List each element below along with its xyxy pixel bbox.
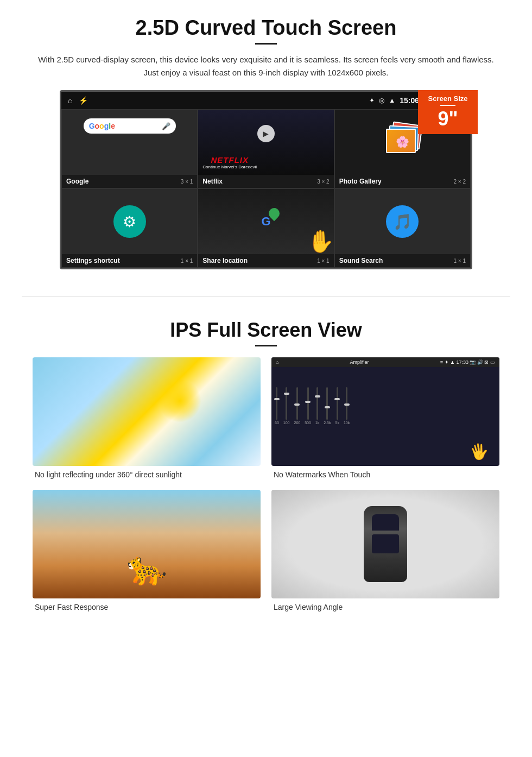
amp-label-8: 10k <box>344 421 350 425</box>
share-label: Share location <box>202 257 248 264</box>
sound-label: Sound Search <box>339 257 383 264</box>
status-left-icons: ⌂ ⚡ <box>68 96 88 105</box>
cheetah-bg: 🐆 <box>33 490 261 598</box>
sunlight-caption: No light reflecting under 360° direct su… <box>33 470 261 479</box>
sound-tile-inner: 🎵 <box>335 189 470 254</box>
ips-section: IPS Full Screen View No light reflecting… <box>0 313 532 628</box>
amp-label-6: 2.5k <box>324 421 331 425</box>
amp-thumb-2[interactable] <box>284 393 289 395</box>
amp-hand-icon: 🖐 <box>468 441 490 462</box>
netflix-size: 3 × 2 <box>317 179 330 185</box>
amp-slider-2: 100 <box>283 387 290 425</box>
netflix-logo-area: NETFLIX Continue Marvel's Daredevil <box>202 155 257 169</box>
sound-icon: 🎵 <box>386 205 419 238</box>
sunlight-bg <box>33 357 261 466</box>
amp-track-8 <box>346 387 347 420</box>
netflix-tile-inner: ▶ NETFLIX Continue Marvel's Daredevil <box>198 110 333 175</box>
amp-slider-8: 10k <box>344 387 350 425</box>
car-roof <box>372 534 399 553</box>
amplifier-caption: No Watermarks When Touch <box>271 470 499 479</box>
google-tile[interactable]: Google 🎤 Google 3 × 1 <box>61 109 198 188</box>
amp-label-4: 500 <box>305 421 311 425</box>
feature-amplifier: ⌂ Amplifier ≡ ✦ ▲ 17:33 📷 🔊 ⊠ ▭ 60 <box>271 357 499 479</box>
netflix-subtitle: Continue Marvel's Daredevil <box>202 165 257 169</box>
google-label-row: Google 3 × 1 <box>62 175 197 188</box>
cheetah-caption: Super Fast Response <box>33 603 261 611</box>
share-tile-inner: G 🤚 <box>198 189 333 254</box>
photo-card-front: 🌸 <box>386 129 416 153</box>
netflix-tile[interactable]: ▶ NETFLIX Continue Marvel's Daredevil Ne… <box>198 109 334 188</box>
photo-stack: 🌸 <box>383 123 421 161</box>
amp-thumb-7[interactable] <box>334 398 340 400</box>
photo-size: 2 × 2 <box>453 179 466 185</box>
settings-label-row: Settings shortcut 1 × 1 <box>62 254 197 267</box>
feature-sunlight: No light reflecting under 360° direct su… <box>33 357 261 479</box>
section-divider <box>22 297 510 297</box>
badge-size: 9" <box>438 108 458 130</box>
section2-underline <box>255 345 277 346</box>
amp-thumb-4[interactable] <box>305 401 311 403</box>
device-wrapper: Screen Size 9" ⌂ ⚡ ✦ ◎ ▲ 15:06 📷 🔊 ⊠ <box>60 90 472 269</box>
car-image <box>271 490 499 598</box>
settings-label: Settings shortcut <box>66 257 120 264</box>
amp-slider-3: 200 <box>294 387 300 425</box>
amp-header: ⌂ Amplifier ≡ ✦ ▲ 17:33 📷 🔊 ⊠ ▭ <box>271 357 499 367</box>
section1-title: 2.5D Curved Touch Screen <box>33 16 499 40</box>
car-caption: Large Viewing Angle <box>271 603 499 611</box>
amp-track-2 <box>286 387 287 420</box>
bluetooth-icon: ✦ <box>369 97 375 104</box>
feature-car: Large Viewing Angle <box>271 490 499 611</box>
amp-track-3 <box>296 387 298 420</box>
amp-label-5: 1k <box>315 421 319 425</box>
google-search-bar[interactable]: Google 🎤 <box>84 118 176 134</box>
amp-body: 60 100 <box>271 367 499 466</box>
amp-label-2: 100 <box>283 421 290 425</box>
sound-label-row: Sound Search 1 × 1 <box>335 254 470 267</box>
curved-touch-section: 2.5D Curved Touch Screen With 2.5D curve… <box>0 0 532 280</box>
status-time: 15:06 <box>400 96 419 105</box>
netflix-play-button[interactable]: ▶ <box>257 125 275 142</box>
amp-title: Amplifier <box>350 359 369 365</box>
wifi-icon: ▲ <box>389 97 395 104</box>
sunlight-image <box>33 357 261 466</box>
amp-thumb-6[interactable] <box>325 406 330 408</box>
mic-icon[interactable]: 🎤 <box>162 122 170 130</box>
amp-label-7: 5k <box>335 421 339 425</box>
usb-icon: ⚡ <box>79 96 88 105</box>
amp-thumb-5[interactable] <box>315 395 320 398</box>
share-location-tile[interactable]: G 🤚 Share location 1 × 1 <box>198 188 334 268</box>
amp-track-7 <box>337 387 338 420</box>
google-size: 3 × 1 <box>181 179 193 185</box>
photo-label: Photo Gallery <box>339 178 382 185</box>
sound-search-tile[interactable]: 🎵 Sound Search 1 × 1 <box>334 188 471 268</box>
screen-size-badge: Screen Size 9" <box>418 90 478 134</box>
amp-label-3: 200 <box>294 421 300 425</box>
amplifier-bg: ⌂ Amplifier ≡ ✦ ▲ 17:33 📷 🔊 ⊠ ▭ 60 <box>271 357 499 466</box>
netflix-logo-text: NETFLIX <box>202 155 257 165</box>
amp-thumb-3[interactable] <box>294 403 300 406</box>
feature-grid: No light reflecting under 360° direct su… <box>33 357 499 611</box>
settings-icon: ⚙ <box>113 205 146 238</box>
home-icon[interactable]: ⌂ <box>68 96 72 105</box>
badge-label: Screen Size <box>421 94 474 103</box>
amp-label-1: 60 <box>275 421 279 425</box>
netflix-label: Netflix <box>202 178 223 185</box>
car-top-view <box>364 506 407 582</box>
amp-thumb-8[interactable] <box>344 403 350 406</box>
settings-tile[interactable]: ⚙ Settings shortcut 1 × 1 <box>61 188 198 268</box>
app-grid: Google 🎤 Google 3 × 1 ▶ <box>61 109 471 268</box>
badge-divider <box>440 105 455 106</box>
share-size: 1 × 1 <box>317 258 330 264</box>
amp-track-4 <box>307 387 309 420</box>
amp-thumb-1[interactable] <box>274 398 280 400</box>
share-label-row: Share location 1 × 1 <box>198 254 333 267</box>
amp-slider-6: 2.5k <box>324 387 331 425</box>
amp-icons: ≡ ✦ ▲ 17:33 📷 🔊 ⊠ ▭ <box>440 359 495 365</box>
amp-slider-4: 500 <box>305 387 311 425</box>
flower-icon: 🌸 <box>396 135 409 148</box>
cheetah-image: 🐆 <box>33 490 261 598</box>
settings-tile-inner: ⚙ <box>62 189 197 254</box>
amp-home-icon: ⌂ <box>276 359 278 365</box>
title-underline <box>255 43 277 45</box>
hand-pointer-icon: 🤚 <box>307 229 334 254</box>
